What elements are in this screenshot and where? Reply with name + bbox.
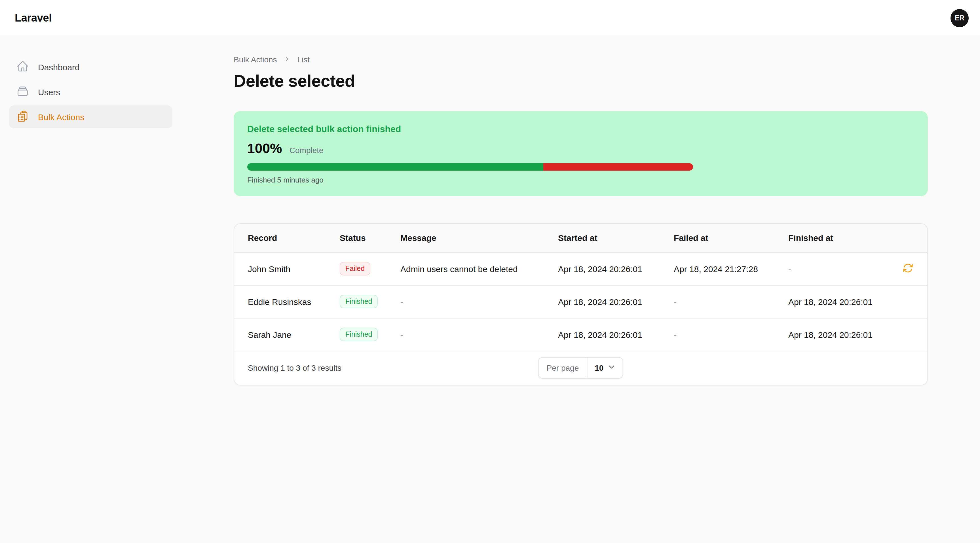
sidebar-item-label: Bulk Actions: [38, 112, 84, 122]
notification-title: Delete selected bulk action finished: [247, 124, 914, 134]
user-avatar[interactable]: ER: [950, 9, 969, 27]
progress-bar-success: [247, 163, 544, 171]
sidebar-item-users[interactable]: Users: [9, 81, 172, 103]
column-header-message: Message: [400, 224, 558, 252]
retry-button[interactable]: [902, 262, 914, 275]
per-page-control: Per page 10: [538, 357, 624, 379]
table-header: Record Status Message Started at Failed …: [234, 224, 927, 252]
main-content: Bulk Actions List Delete selected Delete…: [181, 36, 980, 543]
message-cell: Admin users cannot be deleted: [400, 252, 558, 285]
failed-at-cell: Apr 18, 2024 21:27:28: [674, 252, 788, 285]
notification-percent-row: 100% Complete: [247, 141, 914, 156]
progress-percent-label: Complete: [290, 146, 323, 155]
column-header-finished-at: Finished at: [788, 224, 885, 252]
layout-shell: Dashboard Users Bulk Actions Bulk Action…: [0, 36, 980, 543]
started-at-cell: Apr 18, 2024 20:26:01: [558, 285, 674, 318]
brand-logo[interactable]: Laravel: [15, 12, 52, 24]
sidebar-item-bulk-actions[interactable]: Bulk Actions: [9, 105, 172, 128]
record-cell: John Smith: [234, 252, 340, 285]
progress-track: [247, 163, 693, 171]
record-cell: Eddie Rusinskas: [234, 285, 340, 318]
column-header-failed-at: Failed at: [674, 224, 788, 252]
finished-at-cell: Apr 18, 2024 20:26:01: [788, 285, 885, 318]
records-table: Record Status Message Started at Failed …: [234, 224, 927, 351]
bulk-action-records-table-card: Record Status Message Started at Failed …: [234, 223, 928, 385]
record-cell: Sarah Jane: [234, 318, 340, 351]
table-footer: Showing 1 to 3 of 3 results Per page 10: [234, 351, 927, 384]
failed-at-cell: -: [674, 285, 788, 318]
progress-bar-failed: [544, 163, 693, 171]
breadcrumb-bulk-actions[interactable]: Bulk Actions: [234, 55, 277, 64]
finished-at-cell: -: [788, 252, 885, 285]
table-row: Sarah Jane Finished - Apr 18, 2024 20:26…: [234, 318, 927, 351]
arrow-path-icon: [902, 262, 914, 275]
status-badge: Finished: [340, 295, 378, 308]
message-cell: -: [400, 285, 558, 318]
finished-at-cell: Apr 18, 2024 20:26:01: [788, 318, 885, 351]
chevron-right-icon: [284, 55, 291, 64]
topbar: Laravel ER: [0, 0, 980, 36]
table-row: John Smith Failed Admin users cannot be …: [234, 252, 927, 285]
sidebar-item-label: Users: [38, 87, 60, 97]
breadcrumb: Bulk Actions List: [234, 55, 928, 64]
per-page-selected-value: 10: [595, 363, 603, 372]
column-header-status: Status: [340, 224, 400, 252]
per-page-label: Per page: [539, 358, 587, 378]
started-at-cell: Apr 18, 2024 20:26:01: [558, 252, 674, 285]
chevron-down-icon: [608, 363, 615, 372]
status-badge: Failed: [340, 262, 370, 275]
per-page-select[interactable]: 10: [587, 358, 623, 378]
progress-percent: 100%: [247, 141, 282, 156]
home-icon: [16, 60, 29, 74]
column-header-actions: [885, 224, 927, 252]
table-row: Eddie Rusinskas Finished - Apr 18, 2024 …: [234, 285, 927, 318]
breadcrumb-list: List: [298, 55, 310, 64]
bulk-action-notification-card: Delete selected bulk action finished 100…: [234, 111, 928, 196]
column-header-started-at: Started at: [558, 224, 674, 252]
sidebar: Dashboard Users Bulk Actions: [0, 36, 181, 543]
clipboard-list-icon: [16, 110, 29, 124]
status-badge: Finished: [340, 328, 378, 341]
sidebar-item-dashboard[interactable]: Dashboard: [9, 56, 172, 78]
app-root: Laravel ER Dashboard Users Bulk: [0, 0, 980, 543]
page-title: Delete selected: [234, 71, 928, 90]
rectangle-stack-icon: [16, 85, 29, 99]
sidebar-item-label: Dashboard: [38, 62, 80, 72]
results-summary: Showing 1 to 3 of 3 results: [248, 363, 341, 372]
failed-at-cell: -: [674, 318, 788, 351]
column-header-record: Record: [234, 224, 340, 252]
started-at-cell: Apr 18, 2024 20:26:01: [558, 318, 674, 351]
message-cell: -: [400, 318, 558, 351]
notification-finished-text: Finished 5 minutes ago: [247, 176, 914, 184]
